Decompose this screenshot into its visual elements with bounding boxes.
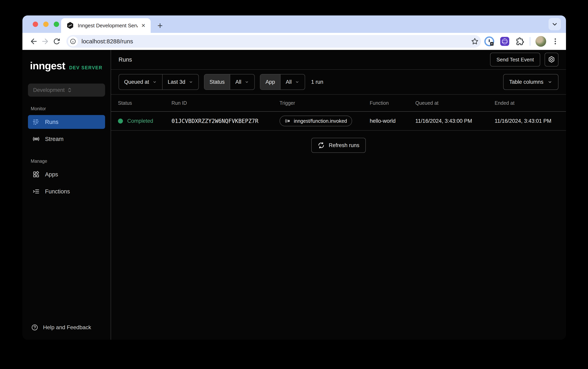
url-bar[interactable]: localhost:8288/runs: [66, 35, 481, 48]
sidebar-item-runs[interactable]: Runs: [28, 115, 105, 129]
table-columns-button[interactable]: Table columns: [503, 74, 558, 90]
page-header: Runs Send Test Event: [111, 50, 566, 70]
chevron-down-icon: [189, 80, 193, 84]
password-manager-extension-icon[interactable]: [484, 36, 494, 47]
trigger-badge[interactable]: inngest/function.invoked: [280, 116, 352, 126]
apps-icon: [32, 171, 40, 178]
app-filter-group: App All: [260, 74, 305, 90]
column-header-run-id[interactable]: Run ID: [171, 100, 280, 106]
help-question-icon: [31, 324, 38, 331]
extensions-puzzle-icon[interactable]: [515, 37, 525, 46]
toolbar-separator: [530, 37, 530, 46]
manage-section-label: Manage: [31, 159, 105, 164]
queued-at-filter[interactable]: Queued at: [119, 74, 162, 90]
time-filter-group: Queued at Last 3d: [118, 74, 199, 90]
filter-bar: Queued at Last 3d Status: [111, 70, 566, 95]
refresh-label: Refresh runs: [329, 142, 359, 149]
queued-at-label: Queued at: [124, 79, 149, 85]
site-info-icon[interactable]: [68, 36, 78, 46]
ended-at-cell: 11/16/2024, 3:43:01 PM: [495, 118, 559, 124]
trigger-cell: inngest/function.invoked: [280, 116, 370, 126]
app-filter-label: App: [260, 74, 280, 90]
sidebar-item-label: Stream: [45, 136, 63, 142]
inngest-favicon-icon: [66, 21, 74, 30]
sidebar-item-label: Apps: [45, 171, 58, 178]
profile-avatar[interactable]: [536, 36, 546, 47]
browser-tab[interactable]: Inngest Development Server ✕: [61, 18, 151, 33]
help-and-feedback[interactable]: Help and Feedback: [31, 324, 105, 331]
stream-icon: [32, 135, 40, 142]
table-row[interactable]: Completed 01JCVBDXRZZY2W6NQFVKBEPZ7R inn…: [111, 112, 566, 131]
settings-gear-button[interactable]: [545, 53, 558, 67]
close-window-button[interactable]: [33, 21, 38, 27]
tab-search-chevron-button[interactable]: [548, 18, 561, 30]
runs-icon: [32, 118, 40, 126]
browser-window: Inngest Development Server ✕ + localhost…: [22, 15, 566, 340]
inngest-logo-text: inngest: [30, 60, 65, 72]
app-content: inngest DEV SERVER Development Monitor R…: [22, 50, 566, 340]
status-filter-value[interactable]: All: [230, 74, 254, 90]
back-button[interactable]: [28, 36, 40, 47]
sidebar-item-apps[interactable]: Apps: [28, 168, 105, 181]
run-count: 1 run: [311, 79, 323, 85]
sidebar-item-label: Runs: [45, 119, 59, 125]
status-text: Completed: [127, 118, 153, 124]
chevron-down-icon: [547, 79, 553, 85]
environment-selector-value: Development: [33, 87, 67, 93]
url-text[interactable]: localhost:8288/runs: [82, 38, 471, 45]
forward-button[interactable]: [40, 36, 51, 47]
sidebar-item-functions[interactable]: Functions: [28, 184, 105, 198]
reload-button[interactable]: [51, 36, 63, 47]
monitor-section-label: Monitor: [31, 106, 105, 111]
close-tab-icon[interactable]: ✕: [141, 23, 146, 29]
status-filter-label: Status: [204, 74, 230, 90]
chevron-down-icon: [152, 80, 157, 84]
chevron-down-icon: [295, 80, 300, 84]
tab-strip: Inngest Development Server ✕ +: [22, 15, 566, 33]
status-filter-group: Status All: [204, 74, 255, 90]
sidebar-item-stream[interactable]: Stream: [28, 132, 105, 146]
column-header-function[interactable]: Function: [370, 100, 415, 106]
column-header-queued-at[interactable]: Queued at: [415, 100, 495, 106]
main-panel: Runs Send Test Event Queued at: [111, 50, 566, 340]
table-columns-label: Table columns: [509, 79, 543, 85]
table-header: Status Run ID Trigger Function Queued at…: [111, 95, 566, 112]
purple-extension-icon[interactable]: [500, 36, 510, 47]
app-filter-value[interactable]: All: [280, 74, 305, 90]
sidebar: inngest DEV SERVER Development Monitor R…: [22, 50, 111, 340]
status-completed-dot: [118, 119, 123, 123]
function-cell[interactable]: hello-world: [370, 118, 415, 124]
environment-selector[interactable]: Development: [28, 84, 105, 97]
bookmark-star-icon[interactable]: [471, 37, 479, 46]
trigger-name: inngest/function.invoked: [294, 118, 347, 124]
refresh-icon: [318, 142, 325, 149]
browser-toolbar: localhost:8288/runs: [22, 33, 566, 50]
functions-icon: [32, 188, 40, 195]
chevron-down-icon: [244, 80, 249, 84]
browser-menu-kebab-icon[interactable]: [551, 37, 559, 45]
column-header-trigger[interactable]: Trigger: [280, 100, 370, 106]
sidebar-item-label: Functions: [45, 188, 70, 195]
column-header-status[interactable]: Status: [118, 100, 171, 106]
toolbar-extensions: [484, 36, 560, 47]
time-range-value: Last 3d: [168, 79, 185, 85]
maximize-window-button[interactable]: [54, 21, 59, 27]
send-test-event-button[interactable]: Send Test Event: [490, 53, 540, 67]
logo: inngest DEV SERVER: [30, 60, 105, 72]
dev-server-badge: DEV SERVER: [69, 65, 103, 70]
column-header-ended-at[interactable]: Ended at: [495, 100, 559, 106]
chevron-updown-icon: [67, 87, 100, 93]
page-title: Runs: [118, 56, 132, 63]
event-trigger-icon: [285, 118, 291, 124]
new-tab-button[interactable]: +: [158, 21, 163, 30]
queued-at-cell: 11/16/2024, 3:43:00 PM: [415, 118, 495, 124]
tab-title: Inngest Development Server: [78, 23, 137, 29]
help-label: Help and Feedback: [43, 324, 91, 331]
refresh-runs-button[interactable]: Refresh runs: [311, 138, 366, 153]
minimize-window-button[interactable]: [43, 21, 49, 27]
time-range-filter[interactable]: Last 3d: [162, 74, 199, 90]
traffic-lights: [33, 21, 59, 27]
run-status-cell: Completed: [118, 118, 171, 124]
run-id-cell[interactable]: 01JCVBDXRZZY2W6NQFVKBEPZ7R: [171, 118, 280, 124]
